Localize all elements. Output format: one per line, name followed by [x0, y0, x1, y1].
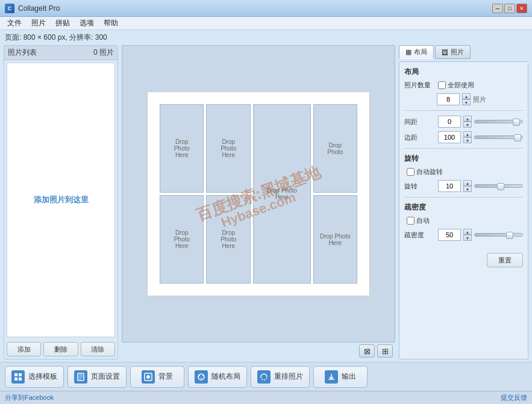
spacing-spinner: ▲ ▼ [463, 116, 472, 128]
use-all-checkbox[interactable] [438, 81, 446, 89]
rotation-spinner: ▲ ▼ [463, 180, 472, 192]
right-panel: ▦ 布局 🖼 照片 布局 照片数量 全部使用 [399, 45, 528, 359]
photo-list-buttons: 添加 删除 清除 [4, 340, 117, 359]
rotation-input[interactable] [438, 180, 461, 192]
spacing-up[interactable]: ▲ [463, 116, 472, 122]
photo-cell-3[interactable]: Drop PhotoHere [253, 104, 311, 284]
spacing-down[interactable]: ▼ [463, 122, 472, 128]
margin-input[interactable] [438, 131, 461, 143]
use-all-checkbox-label: 全部使用 [438, 81, 474, 90]
auto-density-checkbox-label: 自动 [404, 216, 430, 225]
margin-down[interactable]: ▼ [463, 137, 472, 143]
photo-count-label: 照片数量 [404, 81, 436, 90]
spacing-row: 间距 ▲ ▼ [404, 116, 523, 128]
background-icon [142, 370, 155, 384]
photo-cell-1[interactable]: DropPhotoHere [160, 104, 204, 193]
svg-point-13 [201, 378, 202, 379]
photo-count-down[interactable]: ▼ [462, 99, 471, 105]
menu-bar: 文件 照片 拼贴 选项 帮助 [0, 17, 532, 30]
photo-list-title: 照片列表 [8, 48, 37, 58]
margin-label: 边距 [404, 133, 436, 142]
background-button[interactable]: 背景 [130, 366, 184, 388]
photo-unit-label: 照片 [473, 95, 486, 104]
photo-count-spinner: ▲ ▼ [462, 93, 471, 105]
density-thumb [506, 232, 513, 239]
menu-file[interactable]: 文件 [2, 17, 27, 30]
rotation-value-row: 旋转 ▲ ▼ [404, 180, 523, 192]
crop-tool-button[interactable]: ⊠ [359, 344, 375, 358]
page-info-bar: 页面: 800 × 600 px, 分辨率: 300 [0, 30, 532, 45]
photo-cell-5[interactable]: DropPhotoHere [160, 195, 204, 284]
svg-point-12 [202, 375, 204, 376]
rotation-up[interactable]: ▲ [463, 180, 472, 186]
tab-photo[interactable]: 🖼 照片 [435, 45, 471, 59]
svg-point-10 [198, 374, 204, 380]
feedback-link[interactable]: 提交反馈 [501, 393, 527, 402]
page-settings-icon [74, 370, 87, 384]
auto-rotate-checkbox[interactable] [407, 168, 415, 176]
right-tabs: ▦ 布局 🖼 照片 [399, 45, 528, 59]
tab-photo-icon: 🖼 [442, 49, 448, 56]
reset-button[interactable]: 重置 [487, 253, 523, 267]
random-layout-icon [195, 370, 208, 384]
minimize-button[interactable]: ─ [492, 4, 503, 13]
margin-thumb [514, 134, 521, 141]
menu-options[interactable]: 选项 [75, 17, 99, 30]
menu-photo[interactable]: 照片 [27, 17, 51, 30]
photo-cell-2[interactable]: DropPhotoHere [206, 104, 250, 193]
density-up[interactable]: ▲ [463, 229, 472, 235]
density-down[interactable]: ▼ [463, 235, 472, 241]
spacing-input[interactable] [438, 116, 461, 128]
density-slider[interactable] [474, 233, 523, 237]
grid-tool-button[interactable]: ⊞ [377, 344, 393, 358]
reshuffle-button[interactable]: 重排照片 [251, 366, 310, 388]
photo-cell-6[interactable]: DropPhotoHere [206, 195, 250, 284]
clear-photo-button[interactable]: 清除 [81, 342, 115, 356]
photo-count-up[interactable]: ▲ [462, 93, 471, 99]
photo-list-body[interactable]: 添加照片到这里 [7, 63, 115, 337]
auto-density-row: 自动 [404, 216, 523, 225]
random-layout-button[interactable]: 随机布局 [188, 366, 247, 388]
margin-slider[interactable] [474, 135, 523, 139]
menu-collage[interactable]: 拼贴 [51, 17, 75, 30]
tab-photo-label: 照片 [451, 48, 464, 57]
tab-layout[interactable]: ▦ 布局 [399, 45, 434, 59]
title-bar: C CollageIt Pro ─ □ ✕ [0, 0, 532, 17]
collage-canvas[interactable]: 百度搜索:黑域基地 Hybase.com DropPhotoHere DropP… [147, 92, 370, 296]
photo-list-header: 照片列表 0 照片 [4, 46, 117, 60]
maximize-button[interactable]: □ [504, 4, 515, 13]
spacing-label: 间距 [404, 117, 436, 126]
svg-rect-1 [19, 373, 22, 376]
export-button[interactable]: 输出 [313, 366, 368, 388]
app-icon: C [5, 4, 14, 13]
rotation-thumb [497, 183, 504, 190]
rotation-down[interactable]: ▼ [463, 186, 472, 192]
photo-cell-4[interactable]: DropPhoto [313, 104, 357, 193]
svg-rect-0 [14, 373, 17, 376]
delete-photo-button[interactable]: 删除 [43, 342, 78, 356]
close-button[interactable]: ✕ [516, 4, 527, 13]
page-settings-button[interactable]: 页面设置 [67, 366, 127, 388]
canvas-wrapper: 百度搜索:黑域基地 Hybase.com DropPhotoHere DropP… [122, 45, 395, 343]
auto-density-checkbox[interactable] [407, 217, 415, 225]
svg-point-9 [146, 375, 150, 379]
photo-count-row: 照片数量 全部使用 [404, 81, 523, 90]
tab-layout-label: 布局 [414, 48, 427, 57]
spacing-slider[interactable] [474, 120, 523, 123]
main-area: 页面: 800 × 600 px, 分辨率: 300 照片列表 0 照片 添加照… [0, 30, 532, 362]
app-title: CollageIt Pro [18, 4, 492, 13]
density-input[interactable] [438, 229, 461, 241]
right-panel-body: 布局 照片数量 全部使用 ▲ ▼ 照片 [399, 61, 528, 359]
template-button[interactable]: 选择模板 [5, 366, 64, 388]
photo-count-input[interactable] [437, 93, 460, 105]
add-photo-button[interactable]: 添加 [7, 342, 41, 356]
photo-cell-7[interactable]: Drop PhotoHere [313, 195, 357, 284]
rotation-section-title: 旋转 [404, 154, 523, 164]
facebook-share-link[interactable]: 分享到Facebook [5, 393, 54, 402]
margin-up[interactable]: ▲ [463, 131, 472, 137]
auto-rotate-checkbox-label: 自动旋转 [404, 167, 443, 176]
rotation-slider[interactable] [474, 184, 523, 188]
density-value-row: 疏密度 ▲ ▼ [404, 229, 523, 241]
menu-help[interactable]: 帮助 [99, 17, 123, 30]
auto-rotate-row: 自动旋转 [404, 167, 523, 176]
